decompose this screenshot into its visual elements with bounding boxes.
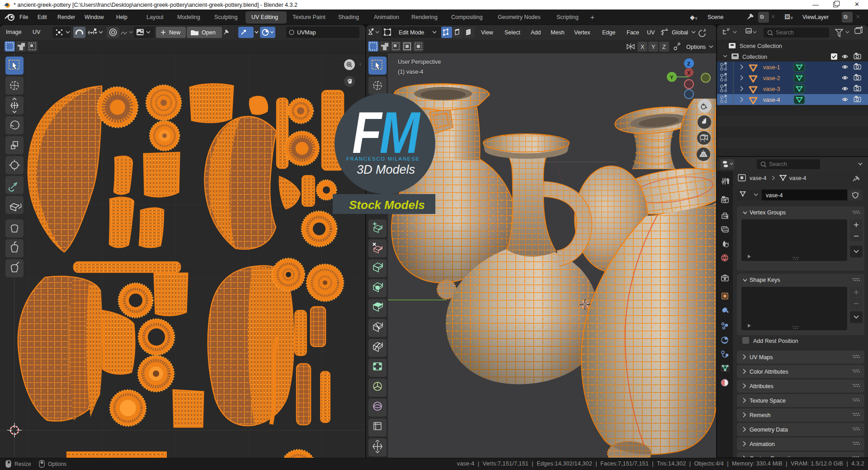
svg-text:vase-4: vase-4 xyxy=(763,97,780,103)
svg-text:Texture Space: Texture Space xyxy=(750,398,786,404)
svg-text:UV: UV xyxy=(647,29,655,36)
svg-text:Y: Y xyxy=(670,75,674,80)
svg-text:Edit Mode: Edit Mode xyxy=(399,29,424,36)
svg-text:Color Attributes: Color Attributes xyxy=(750,369,788,375)
svg-text:Add Rest Position: Add Rest Position xyxy=(753,338,798,344)
svg-text:Remesh: Remesh xyxy=(750,412,771,418)
svg-text:UVMap: UVMap xyxy=(297,29,316,36)
svg-text:vase-4: vase-4 xyxy=(766,192,783,199)
svg-text:Vertex: Vertex xyxy=(574,29,590,36)
svg-text:Open: Open xyxy=(202,29,216,36)
svg-text:Face: Face xyxy=(627,29,639,36)
svg-text:Attributes: Attributes xyxy=(750,383,774,389)
svg-text:Options: Options xyxy=(48,461,66,467)
svg-text:Resize: Resize xyxy=(14,461,31,467)
svg-text:X: X xyxy=(687,70,691,76)
svg-text:Scene Collection: Scene Collection xyxy=(740,43,782,49)
svg-text:vase-3: vase-3 xyxy=(763,86,780,92)
svg-text:Search: Search xyxy=(769,161,787,167)
svg-text:Z: Z xyxy=(662,44,666,50)
svg-text:Global: Global xyxy=(672,29,688,36)
svg-text:Edge: Edge xyxy=(602,29,615,36)
svg-text:New: New xyxy=(169,29,181,36)
svg-text:Y: Y xyxy=(651,44,656,50)
svg-text:UV Maps: UV Maps xyxy=(750,354,773,361)
svg-text:vase-1: vase-1 xyxy=(763,64,780,71)
svg-text:Shape Keys: Shape Keys xyxy=(750,277,780,283)
svg-text:Geometry Data: Geometry Data xyxy=(750,427,788,433)
svg-text:Options: Options xyxy=(686,44,706,50)
svg-text:vase-2: vase-2 xyxy=(763,75,780,81)
svg-text:View: View xyxy=(481,29,494,36)
svg-text:vase-4: vase-4 xyxy=(789,175,807,181)
svg-text:Vertex Groups: Vertex Groups xyxy=(750,209,786,216)
svg-text:Animation: Animation xyxy=(750,441,775,447)
svg-text:Collection: Collection xyxy=(742,54,767,60)
svg-text:Mesh: Mesh xyxy=(551,29,565,36)
svg-text:Z: Z xyxy=(687,61,690,66)
svg-text:X: X xyxy=(641,44,645,50)
svg-text:Add: Add xyxy=(531,29,541,36)
svg-text:vase-4: vase-4 xyxy=(750,175,767,181)
svg-text:Custom Properties: Custom Properties xyxy=(750,456,797,457)
svg-text:Search: Search xyxy=(776,29,794,36)
svg-text:Select: Select xyxy=(505,29,520,36)
